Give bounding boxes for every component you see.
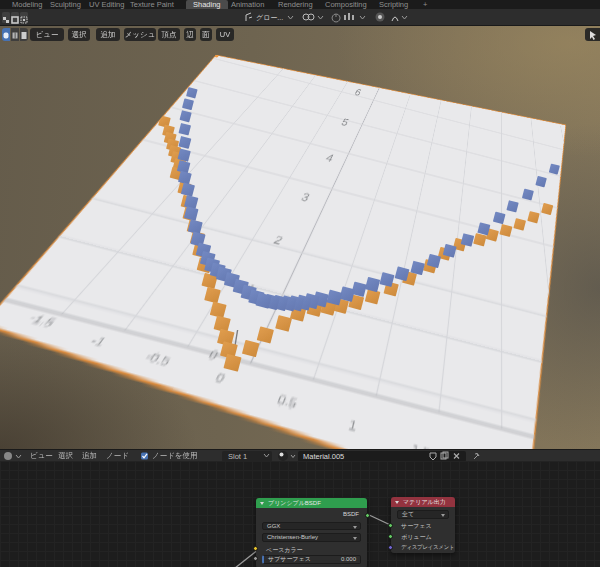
svg-text:グロー...: グロー...	[256, 14, 283, 21]
